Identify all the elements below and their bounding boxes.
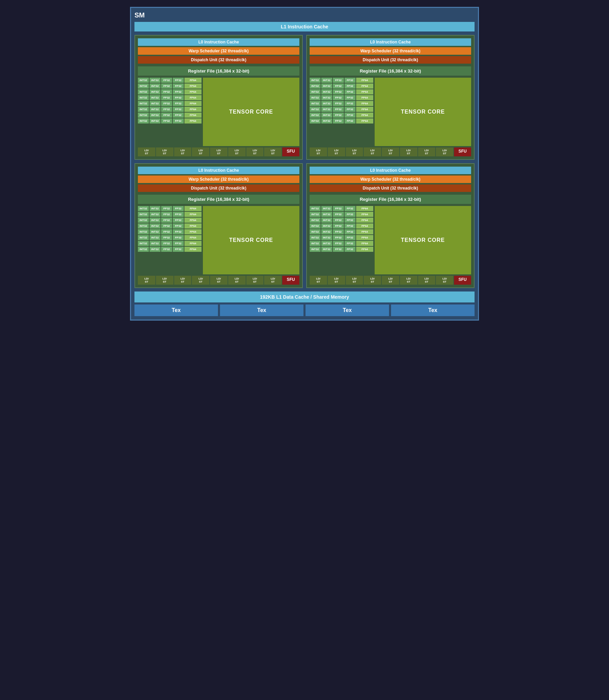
core-row: INT32 INT32 FP32 FP32 FP64 [310, 206, 373, 211]
ld-st-unit: LD/ST [192, 276, 209, 285]
warp-scheduler-q3: Warp Scheduler (32 thread/clk) [138, 176, 299, 183]
fp64-unit: FP64 [356, 212, 373, 217]
cores-wrapper-q1: INT32 INT32 FP32 FP32 FP64 INT32 INT32 F… [138, 78, 299, 146]
int32-unit: INT32 [150, 83, 160, 89]
ld-st-unit: LD/ST [228, 147, 246, 156]
register-file-q2: Register File (16,384 x 32-bit) [310, 66, 471, 76]
fp64-unit: FP64 [356, 101, 373, 106]
fp32-unit: FP32 [345, 107, 355, 112]
int32-unit: INT32 [150, 78, 160, 83]
l1-data-cache: 192KB L1 Data Cache / Shared Memory [134, 291, 475, 302]
cores-wrapper-q2: INT32 INT32 FP32 FP32 FP64 INT32 INT32 F… [310, 78, 471, 146]
core-row: INT32 INT32 FP32 FP32 FP64 [310, 78, 373, 83]
fp32-unit: FP32 [333, 218, 344, 223]
fp32-unit: FP32 [333, 206, 344, 211]
fp32-unit: FP32 [333, 247, 344, 252]
fp32-unit: FP32 [345, 235, 355, 240]
core-row: INT32 INT32 FP32 FP32 FP64 [310, 107, 373, 112]
ld-st-unit: LD/ST [174, 147, 192, 156]
fp32-unit: FP32 [161, 83, 172, 89]
fp32-unit: FP32 [333, 83, 344, 89]
fp32-unit: FP32 [173, 113, 184, 118]
ld-st-unit: LD/ST [310, 276, 327, 285]
fp32-unit: FP32 [161, 241, 172, 246]
int32-unit: INT32 [138, 89, 149, 94]
ld-st-unit: LD/ST [210, 147, 228, 156]
ld-st-unit: LD/ST [328, 276, 345, 285]
int32-unit: INT32 [138, 235, 149, 240]
int32-unit: INT32 [138, 241, 149, 246]
fp64-unit: FP64 [184, 78, 202, 83]
sfu-unit-q1: SFU [282, 147, 299, 156]
core-row: INT32 INT32 FP32 FP32 FP64 [138, 223, 202, 229]
int32-unit: INT32 [138, 113, 149, 118]
fp64-unit: FP64 [184, 89, 202, 94]
int32-unit: INT32 [321, 218, 332, 223]
int-fp-section-q4: INT32 INT32 FP32 FP32 FP64 INT32 INT32 F… [310, 206, 373, 274]
fp64-unit: FP64 [356, 247, 373, 252]
fp32-unit: FP32 [345, 212, 355, 217]
int32-unit: INT32 [310, 212, 321, 217]
tensor-core-q1: TENSOR CORE [203, 78, 299, 146]
bottom-row-q3: LD/ST LD/ST LD/ST LD/ST LD/ST LD/ST LD/S… [138, 276, 299, 285]
int32-unit: INT32 [321, 235, 332, 240]
dispatch-unit-q1: Dispatch Unit (32 thread/clk) [138, 56, 299, 64]
bottom-row-q2: LD/ST LD/ST LD/ST LD/ST LD/ST LD/ST LD/S… [310, 147, 471, 156]
ld-st-unit: LD/ST [418, 147, 436, 156]
fp32-unit: FP32 [161, 101, 172, 106]
fp32-unit: FP32 [161, 218, 172, 223]
core-row: INT32 INT32 FP32 FP32 FP64 [138, 235, 202, 240]
core-row: INT32 INT32 FP32 FP32 FP64 [138, 229, 202, 234]
fp32-unit: FP32 [345, 78, 355, 83]
register-file-q1: Register File (16,384 x 32-bit) [138, 66, 299, 76]
int32-unit: INT32 [138, 212, 149, 217]
core-row: INT32 INT32 FP32 FP32 FP64 [310, 83, 373, 89]
int32-unit: INT32 [150, 118, 160, 124]
int-fp-section-q3: INT32 INT32 FP32 FP32 FP64 INT32 INT32 F… [138, 206, 202, 274]
int32-unit: INT32 [321, 206, 332, 211]
int32-unit: INT32 [138, 223, 149, 229]
int32-unit: INT32 [321, 95, 332, 100]
int32-unit: INT32 [310, 83, 321, 89]
int32-unit: INT32 [321, 107, 332, 112]
fp32-unit: FP32 [173, 235, 184, 240]
int32-unit: INT32 [310, 218, 321, 223]
fp64-unit: FP64 [356, 83, 373, 89]
tex-row: Tex Tex Tex Tex [134, 304, 475, 316]
fp64-unit: FP64 [184, 83, 202, 89]
fp64-unit: FP64 [356, 241, 373, 246]
core-row: INT32 INT32 FP32 FP32 FP64 [138, 78, 202, 83]
int32-unit: INT32 [150, 223, 160, 229]
core-row: INT32 INT32 FP32 FP32 FP64 [310, 235, 373, 240]
int32-unit: INT32 [150, 89, 160, 94]
fp32-unit: FP32 [161, 235, 172, 240]
fp64-unit: FP64 [184, 241, 202, 246]
fp32-unit: FP32 [333, 113, 344, 118]
ld-st-unit: LD/ST [192, 147, 209, 156]
int32-unit: INT32 [310, 78, 321, 83]
fp32-unit: FP32 [345, 218, 355, 223]
fp64-unit: FP64 [184, 101, 202, 106]
ld-st-unit: LD/ST [382, 276, 399, 285]
fp32-unit: FP32 [173, 218, 184, 223]
sm-container: SM L1 Instruction Cache L0 Instruction C… [130, 7, 479, 321]
int32-unit: INT32 [321, 101, 332, 106]
warp-scheduler-q2: Warp Scheduler (32 thread/clk) [310, 47, 471, 55]
ld-st-unit: LD/ST [138, 276, 155, 285]
int32-unit: INT32 [150, 235, 160, 240]
int32-unit: INT32 [321, 83, 332, 89]
fp64-unit: FP64 [184, 206, 202, 211]
int32-unit: INT32 [310, 229, 321, 234]
fp32-unit: FP32 [333, 235, 344, 240]
fp64-unit: FP64 [356, 78, 373, 83]
dispatch-unit-q4: Dispatch Unit (32 thread/clk) [310, 184, 471, 192]
int32-unit: INT32 [321, 78, 332, 83]
fp32-unit: FP32 [161, 206, 172, 211]
fp32-unit: FP32 [173, 229, 184, 234]
fp32-unit: FP32 [333, 241, 344, 246]
ld-st-unit: LD/ST [436, 147, 453, 156]
fp32-unit: FP32 [173, 101, 184, 106]
core-row: INT32 INT32 FP32 FP32 FP64 [310, 113, 373, 118]
int32-unit: INT32 [321, 229, 332, 234]
int32-unit: INT32 [150, 218, 160, 223]
